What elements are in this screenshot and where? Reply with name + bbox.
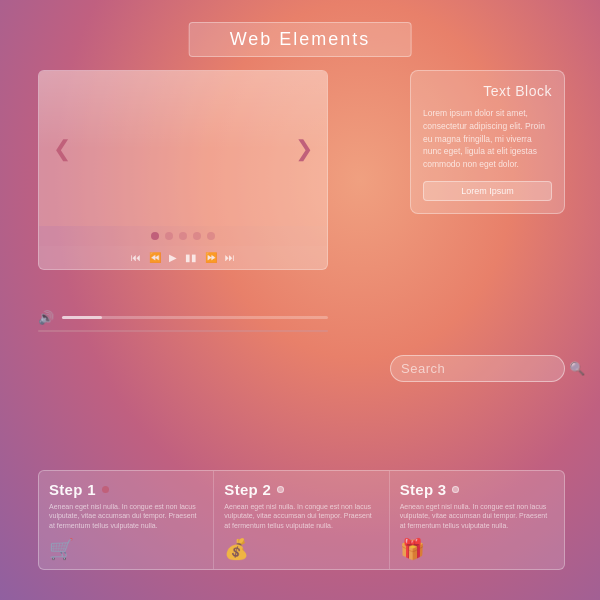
title-text: Web Elements xyxy=(230,29,371,49)
step-1: Step 1 Aenean eget nisl nulla. In congue… xyxy=(39,471,214,569)
step-1-header: Step 1 xyxy=(49,481,203,498)
text-block-body: Lorem ipsum dolor sit amet, consectetur … xyxy=(423,107,552,171)
slider-dots xyxy=(39,226,327,246)
fast-forward-button[interactable]: ⏩ xyxy=(205,252,217,263)
rewind-button[interactable]: ⏪ xyxy=(149,252,161,263)
step-2: Step 2 Aenean eget nisl nulla. In congue… xyxy=(214,471,389,569)
step-2-icon: 💰 xyxy=(224,537,378,561)
slider-widget: ❮ ❯ ⏮ ⏪ ▶ ▮▮ ⏩ ⏭ xyxy=(38,70,328,270)
step-3-icon: 🎁 xyxy=(400,537,554,561)
step-2-dot xyxy=(277,486,284,493)
step-2-desc: Aenean eget nisl nulla. In congue est no… xyxy=(224,502,378,531)
step-2-header: Step 2 xyxy=(224,481,378,498)
text-block-widget: Text Block Lorem ipsum dolor sit amet, c… xyxy=(410,70,565,214)
slider-prev-button[interactable]: ❮ xyxy=(43,136,81,162)
play-button[interactable]: ▶ xyxy=(169,252,177,263)
page-title: Web Elements xyxy=(189,22,412,57)
skip-forward-button[interactable]: ⏭ xyxy=(225,252,235,263)
search-icon: 🔍 xyxy=(569,361,585,376)
step-3: Step 3 Aenean eget nisl nulla. In congue… xyxy=(390,471,564,569)
volume-icon: 🔊 xyxy=(38,310,54,325)
volume-row: 🔊 xyxy=(38,310,328,325)
slider-next-button[interactable]: ❯ xyxy=(285,136,323,162)
media-controls: ⏮ ⏪ ▶ ▮▮ ⏩ ⏭ xyxy=(39,246,327,269)
volume-fill xyxy=(62,316,102,319)
step-2-title: Step 2 xyxy=(224,481,271,498)
step-3-header: Step 3 xyxy=(400,481,554,498)
step-3-title: Step 3 xyxy=(400,481,447,498)
pause-button[interactable]: ▮▮ xyxy=(185,252,197,263)
dot-3[interactable] xyxy=(179,232,187,240)
dot-2[interactable] xyxy=(165,232,173,240)
step-1-desc: Aenean eget nisl nulla. In congue est no… xyxy=(49,502,203,531)
search-input[interactable] xyxy=(401,361,569,376)
timeline-track[interactable] xyxy=(38,330,328,332)
search-input-wrapper: 🔍 xyxy=(390,355,565,382)
step-1-icon: 🛒 xyxy=(49,537,203,561)
search-widget: 🔍 xyxy=(390,355,565,382)
dot-1[interactable] xyxy=(151,232,159,240)
steps-bar: Step 1 Aenean eget nisl nulla. In congue… xyxy=(38,470,565,570)
lorem-ipsum-button[interactable]: Lorem Ipsum xyxy=(423,181,552,201)
slider-viewport: ❮ ❯ xyxy=(39,71,327,226)
skip-back-button[interactable]: ⏮ xyxy=(131,252,141,263)
text-block-title: Text Block xyxy=(423,83,552,99)
slider-shine xyxy=(39,71,327,149)
dot-5[interactable] xyxy=(207,232,215,240)
background: Web Elements ❮ ❯ ⏮ ⏪ ▶ ▮▮ ⏩ ⏭ 🔊 xyxy=(0,0,600,600)
step-1-title: Step 1 xyxy=(49,481,96,498)
step-1-dot xyxy=(102,486,109,493)
step-3-desc: Aenean eget nisl nulla. In congue est no… xyxy=(400,502,554,531)
volume-track[interactable] xyxy=(62,316,328,319)
step-3-dot xyxy=(452,486,459,493)
dot-4[interactable] xyxy=(193,232,201,240)
